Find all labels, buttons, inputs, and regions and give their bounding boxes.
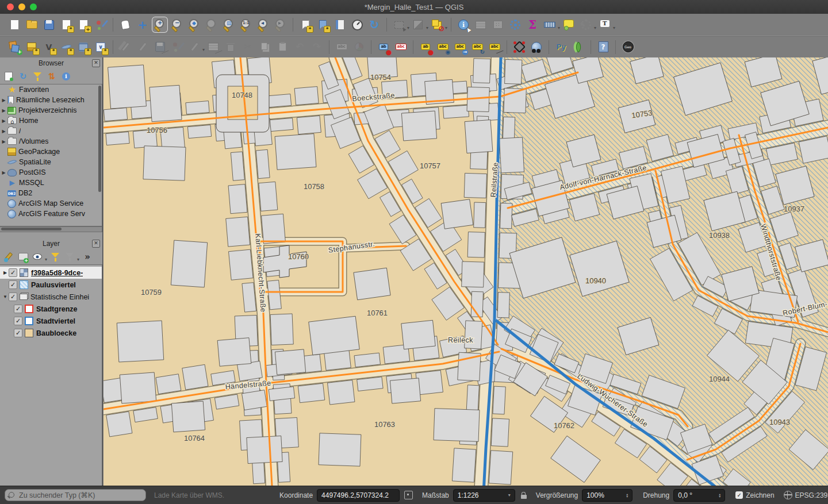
text-annotation-icon[interactable]: T [597,17,612,32]
browser-item-[interactable]: ▶/ [0,126,102,136]
data-source-manager-icon[interactable]: + [7,40,22,55]
expand-arrow-icon[interactable]: ▶ [0,129,7,134]
expand-arrow-icon[interactable]: ▼ [2,294,9,299]
open-layer-styling-icon[interactable] [2,251,15,263]
zoom-to-layer-icon[interactable]: ▤ [221,17,236,32]
statistical-summary-icon[interactable]: Σ [525,17,540,32]
refresh-browser-icon[interactable]: ↻ [17,70,29,83]
geocoder-icon[interactable] [620,40,635,55]
zoom-native-resolution-icon[interactable]: 1:1 [239,17,254,32]
coordinate-field[interactable]: 4497496.2,5707324.2 [317,489,400,502]
browser-horizontal-scrollbar[interactable] [0,226,102,232]
show-spatial-bookmarks-icon[interactable]: * [315,17,330,32]
panel-splitter[interactable] [0,232,102,238]
close-button[interactable] [7,3,14,10]
processing-toolbox-icon[interactable] [508,17,523,32]
new-spatialite-layer-icon[interactable]: * [59,40,74,55]
locator-search-input[interactable] [5,489,146,501]
text-annotation-dropdown-caret[interactable]: ▾ [613,25,615,30]
run-feature-action-dropdown-caret[interactable]: ▾ [594,25,596,30]
select-by-value-dropdown-caret[interactable]: ▾ [426,25,428,30]
new-virtual-layer-icon[interactable]: * [93,40,108,55]
browser-close-icon[interactable]: ✕ [92,59,100,67]
pin-unpin-labels-icon[interactable]: ab● [418,40,433,55]
add-group-icon[interactable] [17,251,29,263]
zoom-last-icon[interactable]: ◂ [256,17,271,32]
pan-map-icon[interactable] [118,17,133,32]
render-checkbox[interactable]: ✓ [735,491,743,499]
vertex-tool-dropdown-caret[interactable]: ▾ [202,47,205,52]
measure-line-dropdown-caret[interactable]: ▾ [558,25,560,30]
browser-item-geopackage[interactable]: GeoPackage [0,147,102,157]
layer-item-f398a5d8-9dce[interactable]: ▶✓f398a5d8-9dce- [0,267,102,279]
move-label-icon[interactable]: abc→ [453,40,467,55]
expand-arrow-icon[interactable]: ▶ [0,170,7,175]
new-geopackage-layer-icon[interactable]: * [24,40,39,55]
filter-by-expression-dropdown-caret[interactable]: ▾ [77,257,79,262]
browser-item-mssql[interactable]: ▶MSSQL [0,178,102,188]
help-contents-icon[interactable] [596,40,611,55]
browser-item-arcgis-feature-serv[interactable]: ArcGIS Feature Serv [0,209,102,219]
coordinate-extent-icon[interactable] [404,491,413,499]
highlight-pinned-labels-icon[interactable]: ab● [376,40,391,55]
browser-properties-icon[interactable] [60,70,72,83]
expand-arrow-icon[interactable]: ▶ [0,118,7,124]
expand-arrow-icon[interactable]: ▶ [0,139,7,144]
new-temporary-scratch-layer-icon[interactable]: * [76,40,91,55]
browser-item-home[interactable]: ▶Home [0,116,102,126]
minimize-button[interactable] [18,3,25,10]
rotate-label-icon[interactable]: abc↻ [470,40,485,55]
measure-line-icon[interactable] [542,17,557,32]
layer-visibility-checkbox[interactable]: ✓ [14,305,22,313]
layer-visibility-checkbox[interactable]: ✓ [14,317,22,325]
expand-arrow-icon[interactable]: ▶ [2,270,9,275]
geometry-checker-icon[interactable] [512,40,527,55]
browser-item-volumes[interactable]: ▶/Volumes [0,136,102,147]
deselect-all-dropdown-caret[interactable]: ▾ [445,25,447,30]
project-new-icon[interactable] [7,17,22,32]
scale-lock-icon[interactable] [521,495,527,499]
python-console-icon[interactable]: Py [554,40,569,55]
browser-item-r-umliche-lesezeich[interactable]: ▶Räumliche Lesezeich [0,95,102,105]
zoom-in-icon[interactable]: + [152,17,167,32]
browser-item-postgis[interactable]: ▶PostGIS [0,167,102,178]
deselect-all-icon[interactable]: ⊘ [430,17,444,32]
layer-visibility-checkbox[interactable]: ✓ [9,268,17,277]
new-shapefile-layer-icon[interactable]: V* [41,40,56,55]
browser-item-favoriten[interactable]: ★Favoriten [0,84,102,95]
layer-visibility-checkbox[interactable]: ✓ [14,329,22,337]
project-save-icon[interactable] [41,17,56,32]
browser-item-db2[interactable]: DB2DB2 [0,188,102,198]
browser-item-arcgis-map-service[interactable]: ArcGIS Map Service [0,198,102,209]
filter-browser-icon[interactable] [31,70,44,83]
change-label-icon[interactable]: abc╱ [487,40,502,55]
layer-visibility-checkbox[interactable]: ✓ [9,293,17,301]
collapse-all-icon[interactable]: ⇅ [45,70,58,83]
scale-dropdown[interactable]: 1:1226▾ [453,489,515,502]
layer-close-icon[interactable]: ✕ [92,240,100,248]
highlight-unplaced-labels-icon[interactable]: abc [393,40,408,55]
project-open-icon[interactable] [24,17,39,32]
select-features-dropdown-caret[interactable]: ▾ [407,25,409,30]
magnifier-spinner[interactable]: 100% ▴▾ [582,489,632,502]
new-spatial-bookmark-icon[interactable]: * [298,17,313,32]
rotation-spinner[interactable]: 0,0 ° ▴▾ [673,489,725,502]
layer-visibility-checkbox[interactable]: ✓ [9,280,17,289]
pan-to-selection-icon[interactable]: + [135,17,150,32]
show-hide-labels-icon[interactable]: abc◉ [435,40,450,55]
manage-map-themes-icon[interactable] [31,251,44,263]
zoom-out-icon[interactable]: − [170,17,185,32]
style-manager-icon[interactable] [93,17,108,32]
show-bookmark-manager-icon[interactable] [332,17,347,32]
expand-arrow-icon[interactable]: ▶ [0,108,7,113]
layer-item-stadtgrenze[interactable]: ✓Stadtgrenze [0,303,102,315]
layer-item-paulusviertel[interactable]: ✓Paulusviertel [0,279,102,291]
browser-vertical-scrollbar[interactable] [98,86,101,192]
resource-sharing-icon[interactable] [571,40,586,55]
maximize-button[interactable] [30,3,37,10]
filter-legend-icon[interactable] [49,251,62,263]
layer-item-baubloecke[interactable]: ✓Baubloecke [0,327,102,339]
manage-map-themes-dropdown-caret[interactable]: ▾ [45,257,47,262]
new-print-layout-icon[interactable]: * [59,17,74,32]
temporal-controller-icon[interactable] [350,17,365,32]
